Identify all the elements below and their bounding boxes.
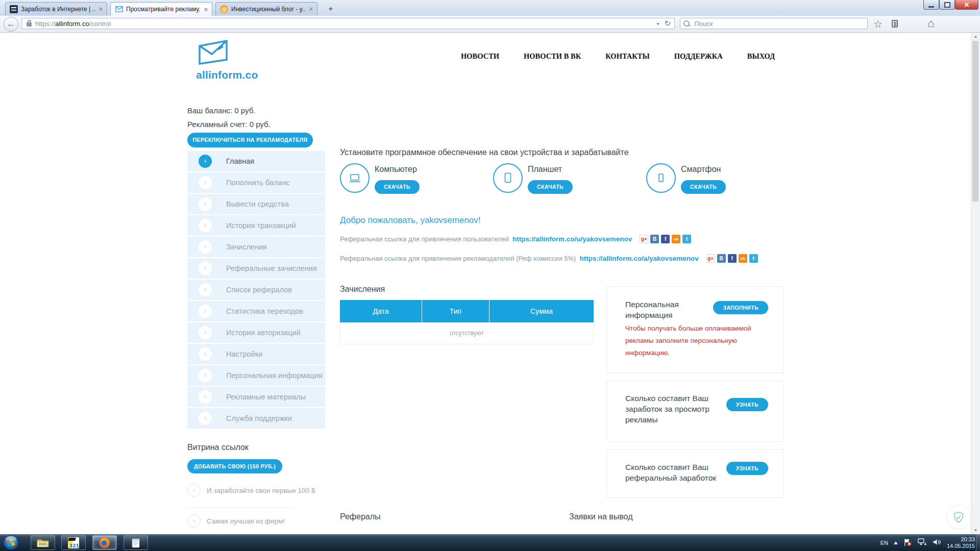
- new-tab-button[interactable]: +: [325, 4, 337, 14]
- restore-icon: [944, 2, 950, 8]
- sidebar-item-ad-materials[interactable]: Рекламные материалы: [187, 387, 325, 407]
- find-out-button[interactable]: УЗНАТЬ: [726, 398, 768, 411]
- download-tablet-button[interactable]: СКАЧАТЬ: [528, 180, 573, 194]
- vertical-scrollbar[interactable]: ▲ ▼: [971, 33, 980, 534]
- google-plus-icon[interactable]: g+: [640, 235, 648, 243]
- taskbar-explorer-button[interactable]: [31, 535, 55, 550]
- home-icon[interactable]: ⌂: [924, 17, 938, 31]
- nav-news[interactable]: НОВОСТИ: [461, 52, 499, 61]
- scroll-down-icon[interactable]: ▼: [971, 527, 980, 534]
- taskbar-media-player-button[interactable]: 321: [61, 535, 86, 550]
- device-tablet: Планшет СКАЧАТЬ: [493, 163, 616, 199]
- show-desktop-button[interactable]: [976, 534, 980, 551]
- showcase-link-best-farm[interactable]: Самая лучшая из ферм!: [187, 514, 285, 528]
- tab-close-icon[interactable]: ×: [204, 6, 208, 13]
- shipzona-favicon-icon: [10, 5, 18, 13]
- adguard-shield-badge[interactable]: [946, 505, 971, 530]
- taskbar-firefox-button[interactable]: [92, 535, 117, 550]
- site-logo[interactable]: allinform.co: [196, 39, 262, 81]
- fill-in-button[interactable]: ЗАПОЛНИТЬ: [713, 301, 768, 314]
- tab-close-icon[interactable]: ×: [99, 5, 103, 13]
- chevron-right-icon: [199, 219, 212, 232]
- col-type: Тип: [422, 300, 489, 322]
- scroll-up-icon[interactable]: ▲: [971, 33, 980, 40]
- laptop-icon: [340, 163, 370, 193]
- search-icon: [683, 20, 690, 27]
- view-earnings-card: Сколько составит Ваш заработок за просмо…: [607, 380, 784, 442]
- odnoklassniki-icon[interactable]: ok: [672, 235, 680, 243]
- envelope-logo-icon: [196, 39, 230, 65]
- showcase-link-first-100[interactable]: И заработайте свои первые 100 $: [187, 484, 315, 497]
- facebook-icon[interactable]: f: [661, 235, 670, 243]
- minimize-button[interactable]: [923, 0, 939, 10]
- showcase-title: Витрина ссылок: [187, 443, 249, 452]
- network-icon[interactable]: [918, 538, 927, 547]
- nav-contacts[interactable]: КОНТАКТЫ: [605, 52, 650, 61]
- sidebar-item-transactions[interactable]: История транзакций: [187, 215, 325, 236]
- taskbar-clock[interactable]: 20:33 14.05.2015: [947, 536, 975, 549]
- chevron-right-icon: [199, 262, 212, 275]
- switch-to-advertiser-button[interactable]: ПЕРЕКЛЮЧИТЬСЯ НА РЕКЛАМОДАТЕЛЯ: [187, 133, 313, 147]
- twitter-icon[interactable]: t: [749, 254, 758, 263]
- chevron-right-icon: [199, 283, 212, 296]
- nav-support[interactable]: ПОДДЕРЖКА: [674, 52, 723, 61]
- firefox-icon: [99, 537, 111, 549]
- url-dropdown-icon[interactable]: ▾: [656, 21, 659, 27]
- search-box[interactable]: [680, 18, 868, 29]
- download-computer-button[interactable]: СКАЧАТЬ: [375, 180, 420, 194]
- taskbar-notepad-button[interactable]: [124, 535, 148, 550]
- close-button[interactable]: ✕: [955, 0, 978, 10]
- sidebar-item-support[interactable]: Служба поддержки: [187, 408, 325, 429]
- nav-logout[interactable]: ВЫХОД: [747, 52, 775, 61]
- device-name: Смартфон: [681, 165, 721, 174]
- sidebar-item-login-history[interactable]: История авторизаций: [187, 322, 325, 343]
- tab-title: Инвестиционный блог - у...: [231, 6, 306, 13]
- google-plus-icon[interactable]: g+: [706, 254, 715, 263]
- tab-close-icon[interactable]: ×: [309, 5, 313, 13]
- add-link-button[interactable]: ДОБАВИТЬ СВОЮ (150 РУБ.): [187, 459, 282, 473]
- find-out-button[interactable]: УЗНАТЬ: [726, 462, 768, 475]
- facebook-icon[interactable]: f: [728, 254, 737, 263]
- chevron-right-icon: [199, 412, 212, 425]
- tab-invest-blog[interactable]: @ Инвестиционный блог - у... ×: [215, 2, 317, 15]
- referral-users-label: Реферальная ссылка для привлечения польз…: [340, 235, 509, 243]
- twitter-icon[interactable]: t: [682, 235, 691, 243]
- start-button[interactable]: [3, 535, 19, 550]
- nav-news-vk[interactable]: НОВОСТИ В ВК: [524, 52, 581, 61]
- device-smartphone: Смартфон СКАЧАТЬ: [646, 163, 769, 199]
- sidebar-item-accruals[interactable]: Зачисления: [187, 237, 325, 257]
- tab-title: Просматривайте рекламу...: [126, 6, 201, 13]
- url-bar[interactable]: https://allinform.co/control ▾ ↻: [21, 18, 675, 29]
- vk-icon[interactable]: В: [717, 254, 726, 263]
- download-smartphone-button[interactable]: СКАЧАТЬ: [681, 180, 726, 194]
- sidebar-item-settings[interactable]: Настройки: [187, 344, 325, 364]
- search-input[interactable]: [693, 19, 864, 28]
- reload-icon[interactable]: ↻: [664, 19, 671, 28]
- sidebar-item-withdraw[interactable]: Вывести средства: [187, 194, 325, 214]
- scrollbar-thumb[interactable]: [972, 41, 978, 202]
- sidebar-item-top-up[interactable]: Пополнить баланс: [187, 172, 325, 193]
- tab-allinform[interactable]: Просматривайте рекламу... ×: [110, 2, 212, 16]
- web-page: allinform.co НОВОСТИ НОВОСТИ В ВК КОНТАК…: [0, 33, 971, 534]
- referral-advertisers-link[interactable]: https://allinform.co/a/yakovsemenov: [579, 255, 698, 262]
- action-center-flag-icon[interactable]: [903, 538, 912, 547]
- volume-icon[interactable]: [933, 538, 941, 547]
- chevron-right-icon: [199, 390, 212, 404]
- vk-icon[interactable]: В: [650, 235, 659, 243]
- chevron-right-icon: [199, 176, 212, 189]
- sidebar-item-referral-accruals[interactable]: Реферальные зачисления: [187, 258, 325, 279]
- sidebar-item-click-stats[interactable]: Статистика переходов: [187, 301, 325, 321]
- tray-expand-icon[interactable]: [894, 539, 898, 544]
- odnoklassniki-icon[interactable]: ok: [739, 254, 747, 263]
- bookmark-star-icon[interactable]: ☆: [871, 17, 885, 31]
- bookmarks-menu-icon[interactable]: [888, 17, 902, 31]
- sidebar-item-referrals-list[interactable]: Список рефералов: [187, 280, 325, 300]
- restore-button[interactable]: [939, 0, 955, 10]
- back-button[interactable]: ←: [4, 17, 18, 32]
- card-title: Сколько составит Ваш реферальный заработ…: [625, 462, 730, 483]
- language-indicator[interactable]: EN: [880, 540, 888, 546]
- sidebar-item-home[interactable]: Главная: [187, 151, 325, 171]
- sidebar-item-personal-info[interactable]: Персональная информация: [187, 365, 325, 386]
- tab-shipzona[interactable]: Заработок в Интернете | ... ×: [5, 2, 107, 15]
- referral-users-link[interactable]: https://allinform.co/u/yakovsemenov: [512, 235, 632, 243]
